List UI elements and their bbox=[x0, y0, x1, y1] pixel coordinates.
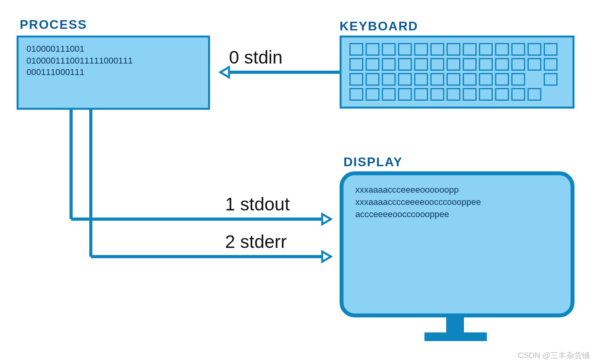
keyboard-row-2 bbox=[349, 58, 565, 71]
stderr-label: 2 stderr bbox=[225, 231, 287, 252]
key-icon bbox=[495, 73, 509, 86]
key-icon bbox=[447, 58, 460, 71]
key-icon bbox=[349, 73, 363, 86]
key-icon bbox=[366, 73, 379, 86]
key-icon bbox=[511, 58, 525, 71]
key-icon bbox=[430, 58, 444, 71]
key-icon bbox=[414, 88, 428, 101]
key-icon bbox=[349, 58, 363, 71]
key-icon bbox=[366, 58, 379, 71]
monitor-stand-neck-icon bbox=[446, 317, 464, 332]
key-icon bbox=[544, 58, 558, 71]
key-icon bbox=[398, 88, 412, 101]
key-icon bbox=[382, 88, 396, 101]
stdin-arrowhead-icon bbox=[220, 67, 229, 77]
process-title: PROCESS bbox=[20, 17, 87, 32]
key-icon bbox=[430, 88, 444, 101]
key-icon bbox=[398, 73, 412, 86]
key-icon bbox=[349, 88, 363, 101]
key-icon bbox=[398, 43, 412, 56]
key-icon bbox=[479, 73, 493, 86]
key-icon bbox=[447, 43, 460, 56]
key-icon bbox=[528, 58, 541, 71]
display-line3: accceeeeoocccoooppee bbox=[355, 208, 559, 221]
key-icon bbox=[495, 58, 509, 71]
key-icon bbox=[414, 73, 428, 86]
display-line1: xxxaaaaccceeeeoooooopp bbox=[355, 184, 559, 196]
stdout-label: 1 stdout bbox=[225, 193, 290, 215]
key-icon bbox=[463, 58, 477, 71]
stdout-arrowhead-icon bbox=[322, 214, 331, 224]
key-icon bbox=[528, 88, 541, 101]
key-icon bbox=[544, 43, 558, 56]
key-icon bbox=[544, 73, 558, 86]
process-line1: 010000111001 bbox=[26, 43, 200, 55]
key-icon bbox=[382, 43, 396, 56]
keyboard-title: KEYBOARD bbox=[340, 19, 418, 34]
key-icon bbox=[463, 43, 477, 56]
key-icon bbox=[479, 58, 493, 71]
stderr-arrowhead-icon bbox=[322, 251, 331, 262]
key-icon bbox=[511, 88, 525, 101]
key-icon bbox=[463, 88, 477, 101]
display-line2: xxxaaaacccceeeeoocccoooppee bbox=[355, 196, 559, 208]
keyboard-row-1 bbox=[349, 43, 565, 56]
key-icon bbox=[511, 43, 525, 56]
key-icon bbox=[447, 88, 460, 101]
keyboard-row-4 bbox=[349, 88, 565, 101]
keyboard-box bbox=[340, 36, 574, 109]
display-screen: xxxaaaaccceeeeoooooopp xxxaaaacccceeeeoo… bbox=[340, 171, 574, 317]
watermark: CSDN @三丰杂货铺 bbox=[518, 350, 590, 361]
key-icon bbox=[366, 43, 379, 56]
key-icon bbox=[382, 73, 396, 86]
key-icon bbox=[528, 43, 541, 56]
process-line2: 0100001110011111000111 bbox=[26, 55, 200, 67]
key-icon bbox=[398, 58, 412, 71]
key-icon bbox=[495, 88, 509, 101]
key-icon bbox=[479, 43, 493, 56]
key-icon bbox=[463, 73, 477, 86]
stdin-label: 0 stdin bbox=[229, 47, 283, 68]
process-content: 010000111001 0100001110011111000111 0001… bbox=[19, 38, 208, 84]
display-content: xxxaaaaccceeeeoooooopp xxxaaaacccceeeeoo… bbox=[344, 175, 571, 229]
key-icon bbox=[495, 43, 509, 56]
key-icon bbox=[349, 43, 363, 56]
process-line3: 000111000111 bbox=[26, 66, 200, 78]
key-icon bbox=[366, 88, 379, 101]
key-icon bbox=[414, 58, 428, 71]
display-title: DISPLAY bbox=[344, 155, 403, 169]
keyboard-row-3 bbox=[349, 73, 565, 86]
key-icon bbox=[479, 88, 493, 101]
monitor-stand-base-icon bbox=[424, 332, 487, 341]
key-icon bbox=[382, 58, 396, 71]
key-icon bbox=[430, 73, 444, 86]
key-icon bbox=[430, 43, 444, 56]
key-icon bbox=[414, 43, 428, 56]
key-icon bbox=[511, 73, 525, 86]
process-box: 010000111001 0100001110011111000111 0001… bbox=[17, 36, 210, 110]
key-icon bbox=[447, 73, 460, 86]
